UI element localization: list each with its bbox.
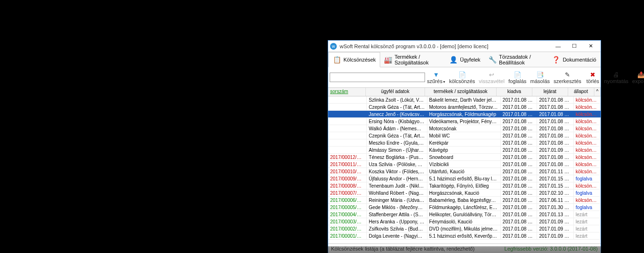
cell-termek: Kerékpár [427, 139, 501, 146]
cell-sorszam: 2017/00006/DEMO [328, 197, 367, 203]
tab-label: Dokumentáció [563, 57, 596, 63]
col-ugyfel[interactable]: ügyfél adatok [366, 88, 425, 96]
table-row[interactable]: Czepnik Géza - (Tát, Artúr utca 14Motoro… [328, 104, 601, 111]
toolbar-label: foglalás [509, 78, 527, 84]
tab-4[interactable]: ❓Dokumentáció [548, 52, 601, 67]
table-row[interactable]: 2017/00005/DEMOGede Miklós - (Mezőnyárád… [328, 204, 601, 211]
tab-label: Kölcsönzések [343, 57, 376, 63]
tab-1[interactable]: 🏭Termékek / Szolgáltatások [380, 52, 445, 67]
cell-termek: Horgászcsónak, Kaució [427, 190, 501, 196]
cell-lejarat: 2017.01.09 11:00 [537, 232, 574, 239]
toolbar-nyomtatás[interactable]: 🖨nyomtatás [602, 69, 631, 86]
cell-termek: Snowboard [427, 154, 501, 160]
cell-kiadva: 2017.01.08 11:00 [501, 139, 538, 146]
table-row[interactable]: 2017/00011/DEMOUza Szilvia - (Pölöske, A… [328, 161, 601, 168]
status-text: Kölcsönzések listája (a táblázat fejlécr… [331, 246, 475, 247]
grid-body[interactable]: Szlinka Zsolt - (Lókút, Vadorzó uBakelit… [328, 249, 601, 253]
cell-sorszam [328, 111, 367, 117]
table-row[interactable]: 2017/00001/DEMODolga Levente - (Nagyigmá… [328, 232, 601, 240]
cell-kiadva: 2017.01.08 11:00 [501, 104, 538, 110]
cell-lejarat: 2017.01.13 11:00 [537, 211, 574, 218]
cell-lejarat: 2017.01.08 12:00 [537, 139, 574, 146]
toolbar-label: másolás [530, 78, 550, 84]
maximize-button[interactable]: ☐ [566, 41, 582, 52]
cell-kiadva: 2017.01.08 11:00 [501, 218, 538, 225]
cell-sorszam: 2017/00007/DEMO [328, 190, 367, 196]
tab-2[interactable]: 👤Ügyfelek [445, 52, 485, 67]
szerkesztés-icon: ✎ [564, 71, 571, 78]
table-row[interactable]: 2017/00007/DEMOWohlland Róbert - (Nagyká… [328, 190, 601, 197]
cell-ugyfel: Meszko Endre - (Gyula, Lívia utca [367, 139, 427, 146]
cell-kiadva: 2017.01.08 11:00 [501, 232, 538, 239]
toolbar-törlés[interactable]: ✖törlés [583, 69, 602, 86]
cell-termek: Motoros áramfejlesztő, Törzsvásárlói ked… [427, 104, 501, 110]
rentals-grid: sorszám ügyfél adatok termékek / szolgál… [328, 249, 601, 253]
toolbar-export[interactable]: 📤export▾ [630, 69, 644, 86]
cell-allapot: kölcsönözve [574, 154, 601, 160]
cell-sorszam: 2017/00001/DEMO [328, 232, 367, 239]
cell-allapot: foglalva [574, 175, 601, 182]
cell-allapot: foglalva [574, 190, 601, 196]
col-kiadva[interactable]: kiadva [497, 88, 532, 96]
toolbar-label: szűrés▾ [427, 78, 445, 84]
cell-sorszam: 2017/00009/DEMO [328, 175, 367, 182]
cell-sorszam: 2017/00012/DEMO [328, 154, 367, 160]
cell-kiadva: 2017.01.08 11:00 [501, 96, 538, 103]
close-button[interactable]: ✕ [582, 41, 599, 52]
cell-lejarat: 2017.01.08 13:00 [537, 154, 574, 160]
table-row[interactable]: Janecz Jenő - (Kovácsvágás, HegHorgászcs… [328, 111, 601, 118]
tab-icon: ❓ [552, 55, 561, 64]
table-row[interactable]: 2017/00010/DEMOKoszka Viktor - (Földes, … [328, 168, 601, 175]
cell-lejarat: 2017.06.11 11:00 [537, 197, 574, 203]
table-row[interactable]: 2017/00002/DEMOZsifkovits Szilvia - (Bud… [328, 225, 601, 232]
table-row[interactable]: 2017/00008/DEMOTenenbaum Judit - (Nikla,… [328, 182, 601, 190]
cell-kiadva: 2017.01.08 11:00 [501, 118, 538, 125]
col-lejarat[interactable]: lejárat [532, 88, 568, 96]
table-row[interactable]: 2017/00004/DEMOStaffenberger Attila - (S… [328, 211, 601, 218]
table-row[interactable]: Walkó Ádám - (Nemesmedves, DMotorcsónak2… [328, 125, 601, 132]
cell-lejarat: 2017.02.10 11:00 [537, 190, 574, 196]
table-row[interactable]: 2017/00012/DEMOTénesz Boglárka - (Puszta… [328, 154, 601, 161]
tab-icon: 🔧 [488, 55, 497, 64]
tab-3[interactable]: 🔧Törzsadatok / Beállítások [485, 52, 548, 67]
export-icon: 📤 [637, 71, 644, 78]
toolbar-kölcsönzés[interactable]: 📄kölcsönzés [447, 69, 477, 86]
col-allapot[interactable]: állapot [568, 88, 594, 96]
toolbar-másolás[interactable]: 📑másolás [529, 69, 552, 86]
toolbar-visszavétel: ↩visszavétel [477, 69, 507, 86]
cell-sorszam [328, 139, 367, 146]
tab-label: Törzsadatok / Beállítások [499, 54, 544, 65]
cell-allapot: lezárt [574, 211, 601, 218]
titlebar: w wSoft Rental kölcsönző program v3.0.0.… [328, 41, 601, 52]
toolbar-szűrés[interactable]: ▼szűrés▾ [425, 69, 447, 86]
cell-sorszam [328, 132, 367, 139]
toolbar-foglalás[interactable]: 📄foglalás [507, 69, 529, 86]
cell-lejarat: 2017.01.08 12:00 [537, 132, 574, 139]
cell-lejarat: 2017.01.08 12:00 [537, 111, 574, 117]
toolbar-szerkesztés[interactable]: ✎szerkesztés [552, 69, 583, 86]
table-row[interactable]: Almássy Simon - (Újhartyán, AcéKávégép20… [328, 147, 601, 154]
application-window: w wSoft Rental kölcsönző program v3.0.0.… [328, 246, 601, 253]
search-input[interactable] [330, 73, 425, 82]
table-row[interactable]: Ersing Nóra - (Kisbágyon, CibakhVideókam… [328, 118, 601, 125]
cell-lejarat: 2017.01.08 12:00 [537, 118, 574, 125]
cell-sorszam: 2017/00011/DEMO [328, 161, 367, 168]
main-tabs: 📋Kölcsönzések🏭Termékek / Szolgáltatások👤… [328, 52, 601, 67]
table-row[interactable]: Szlinka Zsolt - (Lókút, Vadorzó uBakelit… [328, 96, 601, 104]
cell-allapot: foglalva [574, 204, 601, 211]
cell-ugyfel: Koszka Viktor - (Földes, Hősök út [367, 168, 427, 175]
table-row[interactable]: Meszko Endre - (Gyula, Lívia utcaKerékpá… [328, 139, 601, 147]
tab-0[interactable]: 📋Kölcsönzések [328, 52, 380, 67]
cell-ugyfel: Szlinka Zsolt - (Lókút, Vadorzó u [367, 96, 427, 103]
cell-ugyfel: Janecz Jenő - (Kovácsvágás, Heg [367, 111, 427, 117]
table-row[interactable]: 2017/00006/DEMOReininger Mária - (Udvar,… [328, 197, 601, 204]
col-sorszam[interactable]: sorszám [328, 88, 366, 96]
cell-lejarat: 2017.01.08 16:00 [537, 161, 574, 168]
grid-body[interactable]: Szlinka Zsolt - (Lókút, Vadorzó uBakelit… [328, 96, 601, 243]
table-row[interactable]: 2017/00009/DEMOÚjfalussy Andor - (Hernyé… [328, 175, 601, 182]
table-row[interactable]: Czepnik Géza - (Tát, Artúr utca 14Mobil … [328, 132, 601, 139]
col-termek[interactable]: termékek / szolgáltatások [425, 88, 497, 96]
table-row[interactable]: 2017/00003/DEMOHers Aranka - (Uppony, Fe… [328, 218, 601, 225]
visszavétel-icon: ↩ [488, 71, 496, 78]
minimize-button[interactable]: — [550, 41, 566, 52]
